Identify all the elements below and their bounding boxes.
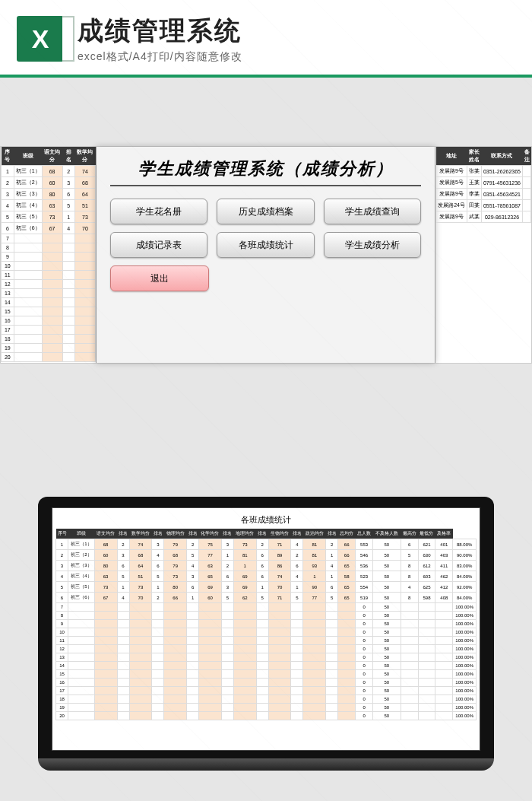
panel-button-5[interactable]: 学生成绩分析 (324, 232, 421, 258)
sheet-title: 各班成绩统计 (55, 511, 477, 529)
panel-button-0[interactable]: 学生花名册 (110, 199, 207, 224)
dialog-panel: 学生成绩管理系统（成绩分析） 学生花名册历史成绩档案学生成绩查询成绩记录表各班成… (96, 147, 435, 363)
exit-button[interactable]: 退出 (110, 265, 209, 291)
excel-icon: X (17, 16, 64, 62)
panel-title: 学生成绩管理系统（成绩分析） (110, 157, 421, 186)
left-partial-table: 序号班级语文均分排名数学均分1初三（1）682742初三（2）603683初三（… (1, 147, 96, 363)
main-preview: 序号班级语文均分排名数学均分1初三（1）682742初三（2）603683初三（… (0, 146, 532, 364)
panel-button-3[interactable]: 成绩记录表 (110, 232, 207, 258)
template-subtitle: excel格式/A4打印/内容随意修改 (78, 50, 242, 64)
panel-button-4[interactable]: 各班成绩统计 (217, 232, 314, 258)
panel-button-2[interactable]: 学生成绩查询 (324, 199, 421, 224)
right-partial-table: 地址家长姓名联系方式备注发展路9号张某0351-26262365发展路5号王某0… (435, 147, 531, 363)
laptop-mockup: 各班成绩统计 序号班级语文均分排名数学均分排名物理均分排名化学均分排名地理均分排… (38, 497, 494, 771)
panel-button-1[interactable]: 历史成绩档案 (217, 199, 314, 224)
template-title: 成绩管理系统 (78, 14, 242, 49)
template-header: X 成绩管理系统 excel格式/A4打印/内容随意修改 (0, 0, 532, 78)
